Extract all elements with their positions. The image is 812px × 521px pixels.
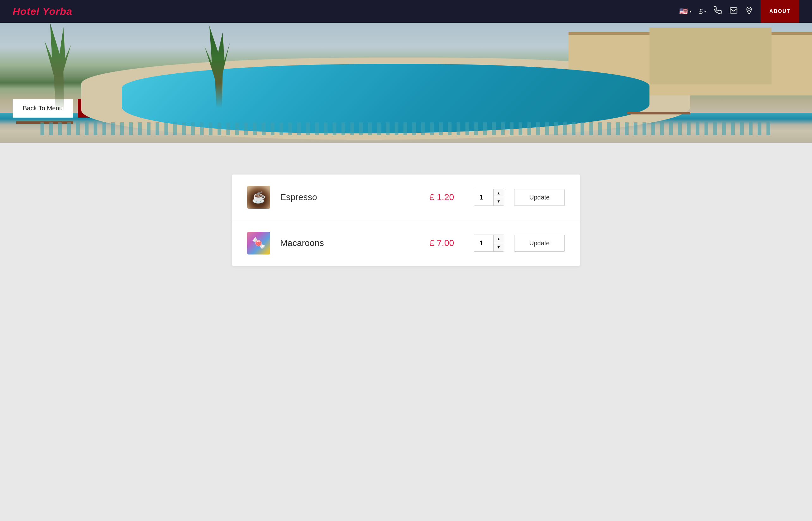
quantity-increment-espresso[interactable]: ▲ bbox=[494, 189, 504, 197]
quantity-decrement-espresso[interactable]: ▼ bbox=[494, 197, 504, 205]
update-button-espresso[interactable]: Update bbox=[514, 189, 565, 206]
flag-icon: 🇺🇸 bbox=[679, 7, 688, 16]
quantity-selector-macaroons: ▲ ▼ bbox=[474, 234, 504, 252]
quantity-stepper-espresso: ▲ ▼ bbox=[493, 189, 504, 205]
cart-item: Espresso £ 1.20 ▲ ▼ Update bbox=[232, 175, 580, 220]
location-icon[interactable] bbox=[745, 6, 753, 17]
item-price-macaroons: £ 7.00 bbox=[420, 238, 464, 248]
about-button[interactable]: ABOUT bbox=[761, 0, 799, 23]
language-chevron-icon: ▾ bbox=[690, 9, 692, 14]
quantity-selector-espresso: ▲ ▼ bbox=[474, 189, 504, 206]
currency-symbol: £ bbox=[699, 7, 703, 16]
svg-rect-0 bbox=[730, 7, 737, 13]
item-name-macaroons: Macaroons bbox=[280, 238, 409, 248]
cart-item: Macaroons £ 7.00 ▲ ▼ Update bbox=[232, 220, 580, 266]
quantity-decrement-macaroons[interactable]: ▼ bbox=[494, 243, 504, 251]
cart-container: Espresso £ 1.20 ▲ ▼ Update Macaroons £ 7… bbox=[232, 175, 580, 266]
quantity-increment-macaroons[interactable]: ▲ bbox=[494, 235, 504, 243]
navbar: Hotel Yorba 🇺🇸 ▾ £ ▾ ABOUT bbox=[0, 0, 812, 23]
svg-point-1 bbox=[748, 8, 750, 10]
currency-chevron-icon: ▾ bbox=[704, 9, 706, 14]
phone-icon[interactable] bbox=[714, 6, 722, 17]
item-name-espresso: Espresso bbox=[280, 192, 409, 202]
hero-section: Back To Menu PROCEED TO CHECKOUT bbox=[0, 23, 812, 143]
navbar-right: 🇺🇸 ▾ £ ▾ ABOUT bbox=[679, 0, 799, 23]
item-image-espresso bbox=[247, 186, 270, 209]
quantity-input-macaroons[interactable] bbox=[474, 235, 493, 251]
item-image-macaroons bbox=[247, 232, 270, 254]
language-selector[interactable]: 🇺🇸 ▾ bbox=[679, 7, 692, 16]
mail-icon[interactable] bbox=[729, 6, 738, 17]
currency-selector[interactable]: £ ▾ bbox=[699, 7, 706, 16]
item-price-espresso: £ 1.20 bbox=[420, 192, 464, 202]
quantity-input-espresso[interactable] bbox=[474, 189, 493, 205]
update-button-macaroons[interactable]: Update bbox=[514, 235, 565, 252]
quantity-stepper-macaroons: ▲ ▼ bbox=[493, 235, 504, 251]
brand-logo[interactable]: Hotel Yorba bbox=[13, 6, 72, 17]
